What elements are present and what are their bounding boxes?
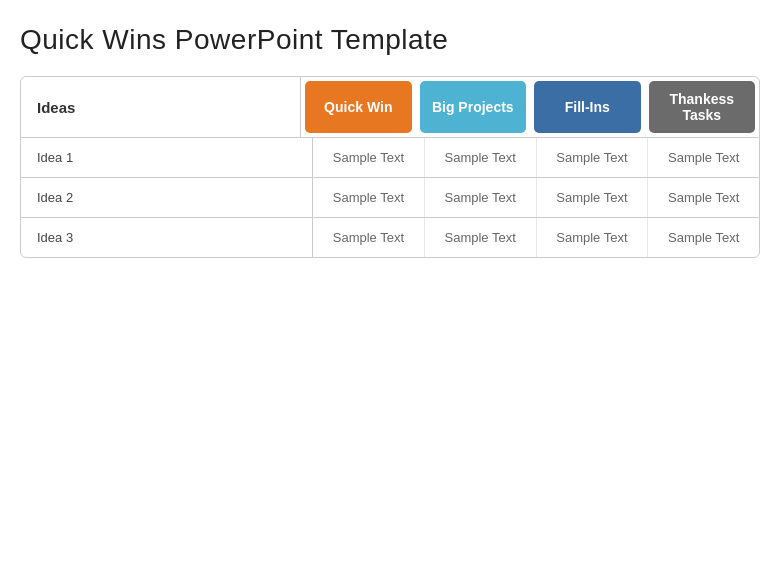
table-row: Idea 1 Sample Text Sample Text Sample Te… [21,137,759,177]
row3-quickwin: Sample Text [313,218,424,257]
header-quickwin: Quick Win [305,81,412,133]
header-thankless: Thankess Tasks [649,81,756,133]
table-row: Idea 3 Sample Text Sample Text Sample Te… [21,217,759,257]
row2-quickwin: Sample Text [313,178,424,217]
row1-idea: Idea 1 [21,138,313,177]
page-title: Quick Wins PowerPoint Template [20,24,748,56]
row3-bigprojects: Sample Text [424,218,536,257]
row2-bigprojects: Sample Text [424,178,536,217]
header-ideas: Ideas [21,77,301,137]
row2-thankless: Sample Text [647,178,759,217]
row3-fillins: Sample Text [536,218,648,257]
main-table: Ideas Quick Win Big Projects Fill-Ins Th… [20,76,760,258]
header-fillins: Fill-Ins [534,81,641,133]
row3-thankless: Sample Text [647,218,759,257]
row1-bigprojects: Sample Text [424,138,536,177]
row1-fillins: Sample Text [536,138,648,177]
row1-thankless: Sample Text [647,138,759,177]
page-container: Quick Wins PowerPoint Template Ideas Qui… [0,0,768,278]
header-bigprojects: Big Projects [420,81,527,133]
row1-quickwin: Sample Text [313,138,424,177]
table-row: Idea 2 Sample Text Sample Text Sample Te… [21,177,759,217]
row3-idea: Idea 3 [21,218,313,257]
row2-idea: Idea 2 [21,178,313,217]
table-header: Ideas Quick Win Big Projects Fill-Ins Th… [21,77,759,137]
row2-fillins: Sample Text [536,178,648,217]
